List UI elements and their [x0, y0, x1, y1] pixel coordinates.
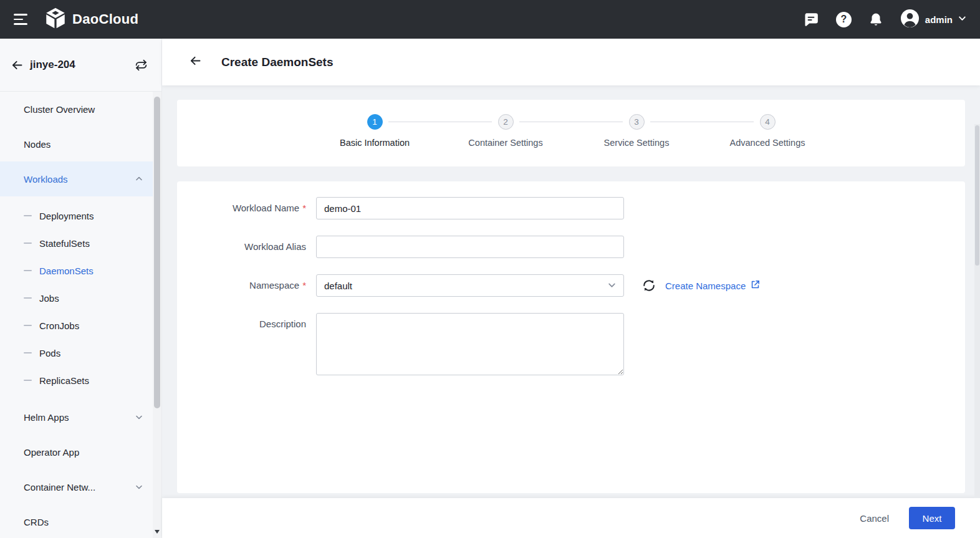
required-marker: *	[302, 280, 306, 291]
avatar-icon	[900, 9, 920, 31]
back-arrow-icon[interactable]	[189, 54, 202, 70]
step-container-settings[interactable]: 2 Container Settings	[440, 114, 571, 148]
chat-icon[interactable]	[803, 11, 819, 27]
dash-icon	[24, 243, 32, 244]
sidebar-item-label: Workloads	[24, 174, 68, 185]
sidebar-item-label: CRDs	[24, 517, 49, 527]
page-title: Create DaemonSets	[221, 55, 334, 69]
topbar: DaoCloud ? admin	[0, 0, 980, 39]
page-header: Create DaemonSets	[162, 39, 980, 85]
sidebar-header: jinye-204	[0, 39, 161, 92]
brand-logo: DaoCloud	[45, 7, 138, 32]
basic-information-form-card: Workload Name* Workload Alias Namespace*	[177, 181, 965, 493]
refresh-namespaces-icon[interactable]	[642, 279, 656, 292]
sidebar-item-replicasets[interactable]: ReplicaSets	[0, 367, 153, 394]
step-number: 3	[629, 114, 645, 130]
chevron-down-icon	[135, 413, 143, 421]
brand-name: DaoCloud	[72, 11, 138, 27]
create-namespace-label: Create Namespace	[665, 281, 746, 291]
sidebar-item-label: Jobs	[39, 293, 59, 304]
cancel-button[interactable]: Cancel	[860, 513, 889, 524]
sidebar-item-label: ReplicaSets	[39, 375, 89, 386]
user-name: admin	[925, 14, 953, 25]
sidebar-item-nodes[interactable]: Nodes	[0, 127, 153, 161]
sidebar-item-cronjobs[interactable]: CronJobs	[0, 312, 153, 339]
menu-icon[interactable]	[14, 14, 29, 25]
bell-icon[interactable]	[868, 12, 883, 27]
back-arrow-icon[interactable]	[11, 59, 24, 74]
footer-action-bar: Cancel Next	[162, 498, 980, 538]
step-number: 2	[498, 114, 514, 130]
sidebar-item-label: Nodes	[24, 139, 50, 150]
sidebar-item-label: CronJobs	[39, 320, 79, 331]
sidebar-item-operator-app[interactable]: Operator App	[0, 435, 153, 469]
workload-name-label: Workload Name*	[177, 197, 306, 219]
dash-icon	[24, 352, 32, 353]
dash-icon	[24, 380, 32, 381]
sidebar-item-label: Operator App	[24, 447, 79, 458]
step-label: Advanced Settings	[730, 138, 805, 148]
required-marker: *	[302, 203, 306, 213]
form-row-workload-alias: Workload Alias	[177, 236, 965, 258]
form-row-namespace: Namespace* default	[177, 274, 965, 297]
dash-icon	[24, 297, 32, 299]
step-label: Basic Information	[340, 138, 410, 148]
workloads-sub-list: Deployments StatefulSets DaemonSets Jobs…	[0, 202, 153, 394]
sidebar-item-label: Deployments	[39, 211, 94, 221]
sidebar-item-container-network[interactable]: Container Netw...	[0, 469, 153, 504]
help-icon[interactable]: ?	[836, 12, 852, 27]
step-advanced-settings[interactable]: 4 Advanced Settings	[702, 114, 833, 148]
page-scrollbar-thumb[interactable]	[975, 125, 979, 266]
dash-icon	[24, 270, 32, 271]
description-label: Description	[177, 313, 306, 375]
sidebar: jinye-204 Cluster Overview Nodes Workloa…	[0, 39, 162, 538]
workload-alias-input[interactable]	[316, 236, 624, 258]
sidebar-item-label: Pods	[39, 348, 60, 358]
namespace-selected-value: default	[324, 281, 352, 291]
sidebar-item-daemonsets[interactable]: DaemonSets	[0, 257, 153, 284]
sidebar-item-helm-apps[interactable]: Helm Apps	[0, 400, 153, 435]
page-scrollbar	[974, 124, 980, 498]
sidebar-item-pods[interactable]: Pods	[0, 339, 153, 367]
sidebar-item-label: StatefulSets	[39, 238, 90, 249]
sidebar-item-statefulsets[interactable]: StatefulSets	[0, 229, 153, 257]
namespace-label: Namespace*	[177, 274, 306, 297]
form-row-workload-name: Workload Name*	[177, 197, 965, 219]
next-button[interactable]: Next	[909, 507, 955, 529]
cluster-name: jinye-204	[30, 59, 75, 71]
sidebar-item-workloads[interactable]: Workloads	[0, 161, 153, 196]
sidebar-item-label: Helm Apps	[24, 412, 69, 423]
chevron-down-icon	[608, 281, 616, 291]
step-label: Container Settings	[468, 138, 542, 148]
dash-icon	[24, 325, 32, 326]
sidebar-item-cluster-overview[interactable]: Cluster Overview	[0, 92, 153, 127]
cube-logo-icon	[45, 7, 66, 32]
workload-alias-label: Workload Alias	[177, 236, 306, 258]
step-number: 4	[760, 114, 776, 130]
step-basic-information[interactable]: 1 Basic Information	[309, 114, 440, 148]
sidebar-item-jobs[interactable]: Jobs	[0, 284, 153, 312]
chevron-up-icon	[135, 175, 143, 183]
sidebar-scrollbar-thumb[interactable]	[154, 97, 160, 408]
namespace-select[interactable]: default	[316, 274, 624, 297]
sidebar-item-label: DaemonSets	[39, 266, 94, 276]
step-label: Service Settings	[604, 138, 670, 148]
user-menu[interactable]: admin	[900, 9, 966, 31]
switch-cluster-icon[interactable]	[135, 59, 148, 74]
form-row-description: Description	[177, 313, 965, 375]
chevron-down-icon[interactable]	[958, 14, 966, 25]
dash-icon	[24, 215, 32, 216]
description-textarea[interactable]	[316, 313, 624, 375]
step-service-settings[interactable]: 3 Service Settings	[571, 114, 702, 148]
scroll-down-arrow-icon[interactable]	[155, 530, 160, 534]
workload-name-input[interactable]	[316, 197, 624, 219]
main-area: Create DaemonSets 1 Basic Information 2 …	[162, 39, 980, 538]
create-namespace-link[interactable]: Create Namespace	[665, 279, 761, 292]
page-content: 1 Basic Information 2 Container Settings…	[162, 85, 980, 498]
sidebar-item-deployments[interactable]: Deployments	[0, 202, 153, 229]
external-link-icon	[750, 279, 761, 292]
sidebar-item-label: Cluster Overview	[24, 104, 95, 115]
sidebar-item-crds[interactable]: CRDs	[0, 504, 153, 538]
sidebar-scrollbar	[153, 92, 161, 538]
sidebar-nav: Cluster Overview Nodes Workloads Deploym…	[0, 92, 153, 538]
